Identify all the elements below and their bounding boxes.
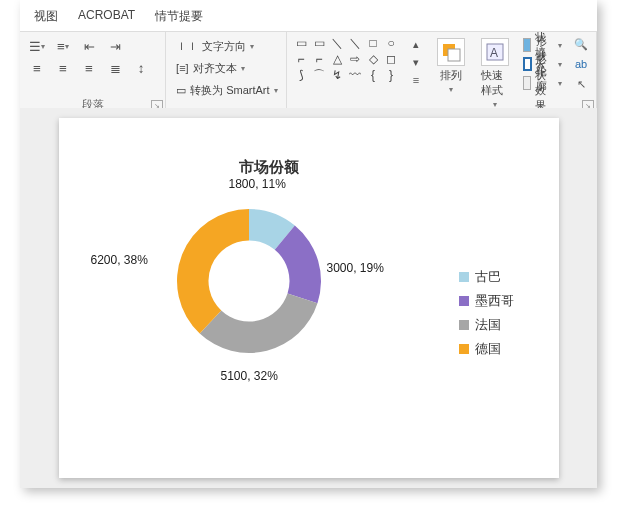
tab-view[interactable]: 视图 [24, 4, 68, 31]
shape-diamond-icon[interactable]: ◇ [365, 52, 381, 66]
label-france: 5100, 32% [221, 369, 278, 383]
justify-button[interactable]: ≣ [104, 58, 126, 78]
label-cuba: 1800, 11% [229, 177, 286, 191]
ribbon-tabs: 视图 ACROBAT 情节提要 [20, 0, 597, 31]
group-paragraph-extra: ｌｌ 文字方向▾ [≡] 对齐文本▾ ▭ 转换为 SmartArt▾ [166, 32, 286, 114]
shape-line-icon[interactable]: ＼ [329, 36, 345, 50]
label-mexico: 3000, 19% [327, 261, 384, 275]
shape-effects-button[interactable]: 形状效果▾ [521, 74, 564, 92]
bullets-button[interactable]: ☰▾ [26, 36, 48, 56]
align-center-button[interactable]: ≡ [52, 58, 74, 78]
shapes-row-down[interactable]: ▾ [407, 54, 425, 70]
fill-icon [523, 38, 531, 52]
text-direction-button[interactable]: ｌｌ 文字方向▾ [172, 36, 280, 56]
legend-mexico: 墨西哥 [459, 292, 514, 310]
shape-brace2-icon[interactable]: } [383, 68, 399, 82]
shape-tri-icon[interactable]: △ [329, 52, 345, 66]
shape-square-icon[interactable]: □ [365, 36, 381, 50]
shape-seg-icon[interactable]: ⌐ [293, 52, 309, 66]
label-germany: 6200, 38% [91, 253, 148, 267]
chart-legend: 古巴 墨西哥 法国 德国 [459, 268, 514, 358]
legend-swatch-cuba [459, 272, 469, 282]
select-icon[interactable]: ↖ [572, 76, 590, 92]
slide-canvas: 市场份额 1800, 11% 3000, 19% [20, 108, 597, 488]
shape-line2-icon[interactable]: ＼ [347, 36, 363, 50]
numbering-button[interactable]: ≡▾ [52, 36, 74, 56]
shape-rect2-icon[interactable]: ▭ [311, 36, 327, 50]
line-spacing-button[interactable]: ↕ [130, 58, 152, 78]
legend-germany: 德国 [459, 340, 514, 358]
tab-acrobat[interactable]: ACROBAT [68, 4, 145, 31]
ribbon: ☰▾ ≡▾ ⇤ ⇥ ≡ ≡ ≡ ≣ ↕ 段落 ↘ ｌｌ [20, 31, 597, 115]
donut: 1800, 11% 3000, 19% 5100, 32% 6200, 38% [159, 191, 339, 371]
group-paragraph: ☰▾ ≡▾ ⇤ ⇥ ≡ ≡ ≡ ≣ ↕ 段落 ↘ [20, 32, 166, 114]
align-text-icon: [≡] [176, 62, 189, 74]
group-drawing: ▭ ▭ ＼ ＼ □ ○ ⌐ ⌐ △ ⇨ ◇ ◻ ⟆ ⌒ ↯ 〰 { [287, 32, 597, 114]
shape-callout-icon[interactable]: ◻ [383, 52, 399, 66]
svg-rect-1 [448, 49, 460, 61]
effects-icon [523, 76, 531, 90]
quick-styles-button[interactable]: A 快速样式▾ [477, 36, 513, 111]
legend-france: 法国 [459, 316, 514, 334]
donut-chart[interactable]: 市场份额 1800, 11% 3000, 19% [159, 158, 559, 371]
shape-curve-icon[interactable]: ⟆ [293, 68, 309, 82]
slice-france [199, 294, 317, 353]
find-icon[interactable]: 🔍 [572, 36, 590, 52]
svg-text:A: A [490, 46, 498, 60]
slice-germany [177, 209, 249, 333]
align-left-button[interactable]: ≡ [26, 58, 48, 78]
chart-title: 市场份额 [159, 158, 379, 177]
arrange-icon [437, 38, 465, 66]
legend-swatch-france [459, 320, 469, 330]
convert-smartart-button[interactable]: ▭ 转换为 SmartArt▾ [172, 80, 280, 100]
shapes-expand[interactable]: ≡ [407, 72, 425, 88]
text-direction-icon: ｌｌ [176, 39, 198, 54]
legend-swatch-mexico [459, 296, 469, 306]
shapes-row-up[interactable]: ▴ [407, 36, 425, 52]
legend-cuba: 古巴 [459, 268, 514, 286]
shape-wave-icon[interactable]: 〰 [347, 68, 363, 82]
shape-format-stack: 形状填充▾ 形状轮廓▾ 形状效果▾ [521, 36, 564, 92]
shape-circle-icon[interactable]: ○ [383, 36, 399, 50]
shapes-gallery[interactable]: ▭ ▭ ＼ ＼ □ ○ ⌐ ⌐ △ ⇨ ◇ ◻ ⟆ ⌒ ↯ 〰 { [293, 36, 399, 82]
shape-seg2-icon[interactable]: ⌐ [311, 52, 327, 66]
increase-indent-button[interactable]: ⇥ [104, 36, 126, 56]
tab-storyboard[interactable]: 情节提要 [145, 4, 213, 31]
shape-poly-icon[interactable]: ↯ [329, 68, 345, 82]
align-text-button[interactable]: [≡] 对齐文本▾ [172, 58, 280, 78]
align-right-button[interactable]: ≡ [78, 58, 100, 78]
quick-styles-icon: A [481, 38, 509, 66]
slide[interactable]: 市场份额 1800, 11% 3000, 19% [59, 118, 559, 478]
shape-arrow-icon[interactable]: ⇨ [347, 52, 363, 66]
decrease-indent-button[interactable]: ⇤ [78, 36, 100, 56]
outline-icon [523, 57, 532, 71]
replace-icon[interactable]: ab [572, 56, 590, 72]
smartart-icon: ▭ [176, 84, 186, 97]
shape-rect-icon[interactable]: ▭ [293, 36, 309, 50]
shape-brace-icon[interactable]: { [365, 68, 381, 82]
arrange-button[interactable]: 排列▾ [433, 36, 469, 96]
shape-arc-icon[interactable]: ⌒ [311, 68, 327, 82]
legend-swatch-germany [459, 344, 469, 354]
